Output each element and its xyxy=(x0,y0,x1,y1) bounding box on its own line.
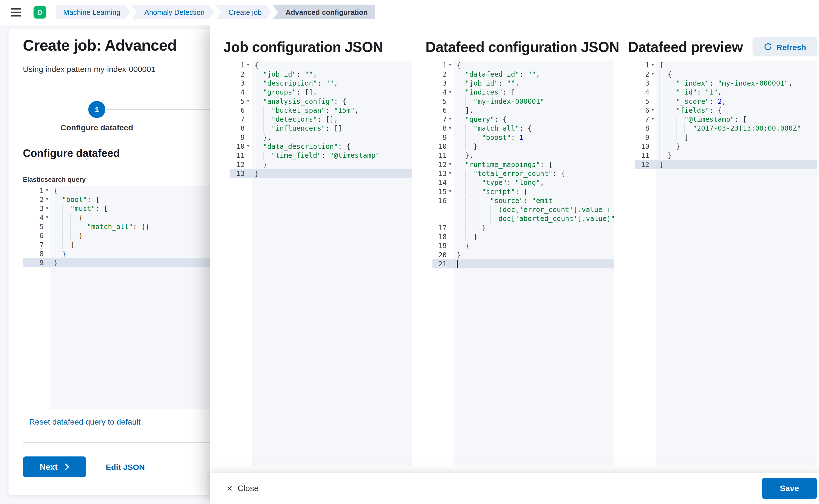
code-line: 16 "source": "emit xyxy=(432,196,615,205)
code-line: 7▼ "query": { xyxy=(432,115,615,124)
line-number: 12 xyxy=(236,160,245,169)
refresh-button-label: Refresh xyxy=(776,42,806,51)
code-line: 7 ] xyxy=(23,240,225,249)
code-text: doc['aborted_count'].value)" xyxy=(454,214,615,223)
code-line: 19 } xyxy=(432,241,615,250)
code-fold-icon[interactable]: ▼ xyxy=(650,115,657,124)
step-number-badge[interactable]: 1 xyxy=(88,101,105,118)
line-number: 9 xyxy=(645,133,650,142)
code-line: 9 "boost": 1 xyxy=(432,133,615,142)
code-fold-icon[interactable]: ▼ xyxy=(44,213,51,222)
edit-json-button[interactable]: Edit JSON xyxy=(106,456,145,477)
code-text: (doc['error_count'].value + xyxy=(454,205,615,214)
code-text: }, xyxy=(252,133,412,142)
datafeed-config-editor[interactable]: 1▼{2 "datafeed_id": "",3 "job_id": "",4▼… xyxy=(432,61,615,466)
save-button[interactable]: Save xyxy=(762,478,817,499)
line-number: 4 xyxy=(39,213,44,222)
breadcrumb-item[interactable]: Anomaly Detection xyxy=(131,5,214,19)
refresh-icon xyxy=(764,43,772,51)
line-number: 11 xyxy=(641,151,650,160)
code-fold-icon[interactable]: ▼ xyxy=(44,204,51,213)
code-text: }, xyxy=(454,151,615,160)
flyout-footer: ✕ Close Save xyxy=(210,473,819,504)
code-fold-icon[interactable]: ▼ xyxy=(650,70,657,79)
code-text: "must": [ xyxy=(51,204,225,213)
code-text: } xyxy=(454,232,615,241)
code-fold-icon[interactable]: ▼ xyxy=(447,187,454,196)
code-line: 18 } xyxy=(432,232,615,241)
code-text: ], xyxy=(454,106,615,115)
code-fold-icon[interactable]: ▼ xyxy=(447,115,454,124)
code-text: "_index": "my-index-000001", xyxy=(657,79,818,88)
code-fold-icon[interactable]: ▼ xyxy=(245,61,252,70)
refresh-button[interactable]: Refresh xyxy=(753,37,818,56)
breadcrumb-item: Advanced configuration xyxy=(273,5,375,19)
code-text: { xyxy=(657,70,818,79)
job-config-editor[interactable]: 1▼{2 "job_id": "",3 "description": "",4 … xyxy=(231,61,412,466)
close-button-label: Close xyxy=(238,484,259,493)
step-label: Configure datafeed xyxy=(44,123,150,132)
line-number: 2 xyxy=(39,195,44,204)
code-line: 14 "type": "long", xyxy=(432,178,615,187)
code-text: "analysis_config": { xyxy=(252,97,412,106)
code-fold-icon[interactable]: ▼ xyxy=(447,160,454,169)
es-query-editor[interactable]: 1▼{2▼ "bool": {3▼ "must": [4▼ {5 "match_… xyxy=(23,186,225,409)
code-line: 3 "description": "", xyxy=(231,79,412,88)
code-fold-icon[interactable]: ▼ xyxy=(650,106,657,115)
code-fold-icon[interactable]: ▼ xyxy=(245,142,252,151)
code-fold-icon[interactable]: ▼ xyxy=(245,97,252,106)
line-number: 2 xyxy=(645,70,650,79)
code-fold-icon[interactable]: ▼ xyxy=(447,88,454,97)
code-fold-icon[interactable]: ▼ xyxy=(447,61,454,70)
code-line: 7▼ "@timestamp": [ xyxy=(635,115,818,124)
code-text: "match_all": { xyxy=(454,124,615,133)
space-avatar[interactable]: D xyxy=(34,6,46,19)
code-text: { xyxy=(51,186,225,195)
code-text: } xyxy=(51,258,225,267)
code-text: "job_id": "", xyxy=(454,79,615,88)
code-text: "data_description": { xyxy=(252,142,412,151)
json-flyout: Job configuration JSON Datafeed configur… xyxy=(210,24,819,504)
line-number: 5 xyxy=(241,97,245,106)
code-text: } xyxy=(51,249,225,258)
code-line: 2 "job_id": "", xyxy=(231,70,412,79)
datafeed-preview-editor[interactable]: 1▼[2▼ {3 "_index": "my-index-000001",4 "… xyxy=(635,61,818,466)
code-text: "datafeed_id": "", xyxy=(454,70,615,79)
code-line: 1▼[ xyxy=(635,61,818,70)
code-text: "my-index-000001" xyxy=(454,97,615,106)
code-text: "influencers": [] xyxy=(252,124,412,133)
code-line: 11 "time_field": "@timestamp" xyxy=(231,151,412,160)
code-text: "2017-03-23T13:00:00.000Z" xyxy=(657,124,818,133)
code-line: doc['aborted_count'].value)" xyxy=(432,214,615,223)
code-fold-icon[interactable]: ▼ xyxy=(44,186,51,195)
menu-icon[interactable] xyxy=(11,8,21,16)
line-number: 1 xyxy=(443,61,447,70)
code-fold-icon[interactable]: ▼ xyxy=(447,169,454,178)
code-fold-icon[interactable]: ▼ xyxy=(650,61,657,70)
code-line: 3 "job_id": "", xyxy=(432,79,615,88)
code-text: ] xyxy=(657,160,818,169)
code-fold-icon[interactable]: ▼ xyxy=(447,124,454,133)
code-text: "type": "long", xyxy=(454,178,615,187)
code-text: { xyxy=(51,213,225,222)
code-text: "groups": [], xyxy=(252,88,412,97)
line-number: 10 xyxy=(438,142,447,151)
close-button[interactable]: ✕ Close xyxy=(224,483,262,494)
breadcrumb-item[interactable]: Create job xyxy=(216,5,271,19)
code-line: 8▼ "match_all": { xyxy=(432,124,615,133)
reset-query-link[interactable]: Reset datafeed query to default xyxy=(29,417,141,426)
code-line: 8 "2017-03-23T13:00:00.000Z" xyxy=(635,124,818,133)
code-fold-icon[interactable]: ▼ xyxy=(44,195,51,204)
code-line: (doc['error_count'].value + xyxy=(432,205,615,214)
line-number: 13 xyxy=(438,169,447,178)
line-number: 3 xyxy=(645,79,650,88)
breadcrumb-item[interactable]: Machine Learning xyxy=(56,5,130,19)
code-text: } xyxy=(252,160,412,169)
line-number: 3 xyxy=(443,79,447,88)
code-text: } xyxy=(454,223,615,232)
code-text: "detectors": [], xyxy=(252,115,412,124)
next-button[interactable]: Next xyxy=(23,456,86,477)
header-bar: D Machine LearningAnomaly DetectionCreat… xyxy=(0,0,819,24)
line-number: 13 xyxy=(236,169,245,178)
page-title: Create job: Advanced xyxy=(23,37,176,54)
